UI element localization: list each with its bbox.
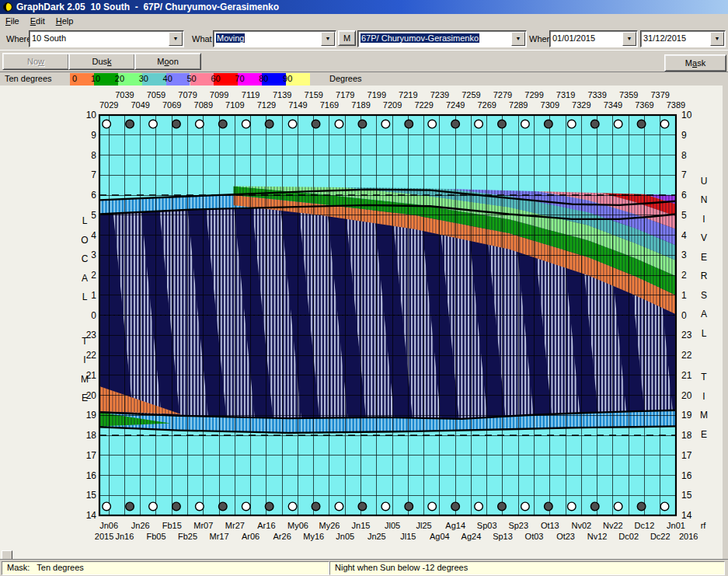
- new-moon-marker: [405, 502, 413, 511]
- date-label: Nv02: [572, 521, 592, 530]
- menu-edit[interactable]: Edit: [25, 15, 51, 27]
- jd-label: 7099: [210, 90, 228, 99]
- jd-label: 7269: [477, 100, 496, 110]
- m-button[interactable]: M: [338, 30, 356, 46]
- jd-label: 7139: [273, 90, 291, 99]
- new-moon-marker: [545, 502, 553, 511]
- jd-label: 7239: [430, 90, 449, 99]
- new-moon-marker: [265, 120, 273, 128]
- local-hour-label: 10: [86, 110, 97, 120]
- button-row: Now Dusk Moon Mask: [0, 50, 728, 72]
- date-to-combobox[interactable]: 31/12/2015 ▼: [640, 30, 726, 47]
- object-combobox[interactable]: 67P/ Churyumov-Gerasimenko ▼: [357, 30, 527, 47]
- legend-tick: 70: [235, 74, 244, 83]
- date-label: Dc22: [650, 532, 671, 541]
- local-hour-label: 1: [91, 290, 96, 301]
- date-from-combobox[interactable]: 01/01/2015 ▼: [549, 30, 638, 47]
- chevron-down-icon[interactable]: ▼: [169, 32, 183, 46]
- legend-unit: Degrees: [329, 74, 362, 83]
- new-moon-marker: [590, 502, 599, 511]
- local-hour-label: 4: [91, 230, 96, 241]
- menu-file[interactable]: File: [0, 15, 25, 27]
- full-moon-marker: [660, 120, 669, 128]
- ut-hour-label: 23: [681, 330, 692, 340]
- jd-label: 7049: [131, 100, 149, 110]
- date-label: My26: [319, 521, 340, 530]
- full-moon-marker: [614, 120, 622, 128]
- jd-label: 7319: [556, 90, 575, 99]
- ut-hour-label: 7: [681, 169, 687, 180]
- local-time-letter: L: [82, 291, 88, 302]
- app-window: GraphDark 2.05 10 South - 67P/ Churyumov…: [0, 0, 728, 576]
- ut-hour-label: 18: [681, 430, 692, 441]
- new-moon-marker: [498, 120, 507, 128]
- full-moon-marker: [475, 502, 483, 511]
- date-label: Ag14: [445, 521, 465, 530]
- full-moon-marker: [521, 120, 530, 128]
- local-hour-label: 6: [91, 190, 96, 201]
- jd-label: 7079: [178, 90, 197, 99]
- what-combobox[interactable]: Moving ▼: [213, 30, 336, 47]
- where-combobox[interactable]: 10 South ▼: [29, 30, 184, 47]
- full-moon-marker: [428, 502, 437, 511]
- new-moon-marker: [451, 120, 460, 128]
- universal-time-letter: A: [701, 309, 707, 319]
- date-label: Dc12: [635, 521, 655, 530]
- ut-hour-label: 0: [681, 310, 687, 321]
- date-label: Jl05: [385, 521, 400, 530]
- chevron-down-icon[interactable]: ▼: [710, 32, 724, 46]
- full-moon-marker: [381, 502, 390, 511]
- new-moon-marker: [172, 502, 181, 511]
- jd-label: 7059: [147, 90, 165, 99]
- legend-tick: 30: [139, 74, 148, 83]
- ut-hour-label: 20: [681, 390, 692, 401]
- local-time-letter: C: [82, 253, 89, 264]
- jd-label: 7249: [446, 100, 465, 110]
- dusk-button[interactable]: Dusk: [68, 53, 135, 70]
- date-label: Sp03: [477, 521, 497, 530]
- jd-label: 7389: [667, 100, 685, 110]
- full-moon-marker: [614, 502, 622, 511]
- new-moon-marker: [590, 120, 599, 128]
- date-label: Mr27: [225, 521, 245, 530]
- chevron-down-icon[interactable]: ▼: [321, 32, 335, 46]
- what-value: Moving: [216, 33, 245, 43]
- jd-label: 7109: [225, 100, 244, 110]
- full-moon-marker: [149, 502, 158, 511]
- universal-time-letter: U: [701, 176, 708, 187]
- chevron-down-icon[interactable]: ▼: [622, 32, 636, 46]
- ut-hour-label: 15: [681, 490, 692, 501]
- full-moon-marker: [103, 502, 111, 511]
- local-time-letter: M: [81, 374, 89, 385]
- universal-time-letter: M: [700, 410, 708, 421]
- jd-label: 7229: [414, 100, 433, 110]
- date-label: Ag04: [430, 532, 450, 541]
- date-label: Ar16: [257, 521, 275, 530]
- jd-label: 7289: [509, 100, 528, 110]
- chevron-down-icon[interactable]: ▼: [511, 32, 525, 46]
- new-moon-marker: [358, 120, 367, 128]
- universal-time-letter: T: [701, 372, 707, 382]
- menu-help[interactable]: Help: [51, 15, 79, 27]
- jd-label: 7299: [524, 90, 543, 99]
- moon-button[interactable]: Moon: [134, 53, 201, 70]
- local-hour-label: 5: [91, 210, 96, 221]
- date-label: Nv22: [603, 521, 623, 530]
- what-label: What: [192, 34, 212, 44]
- title-bar[interactable]: GraphDark 2.05 10 South - 67P/ Churyumov…: [0, 0, 728, 14]
- ut-hour-label: 4: [681, 230, 687, 241]
- date-label: Jl15: [400, 532, 416, 541]
- jd-label: 7219: [399, 90, 417, 99]
- new-moon-marker: [218, 120, 227, 128]
- date-label: Jl25: [416, 521, 432, 530]
- full-moon-marker: [428, 120, 437, 128]
- date-label: Mr17: [210, 532, 229, 541]
- jd-label: 7189: [351, 100, 370, 110]
- universal-time-letter: E: [701, 429, 707, 440]
- full-moon-marker: [381, 120, 390, 128]
- now-button[interactable]: Now: [2, 53, 69, 70]
- mask-button[interactable]: Mask: [664, 54, 726, 72]
- universal-time-letter: I: [702, 214, 705, 225]
- new-moon-marker: [405, 120, 413, 128]
- full-moon-marker: [103, 120, 111, 128]
